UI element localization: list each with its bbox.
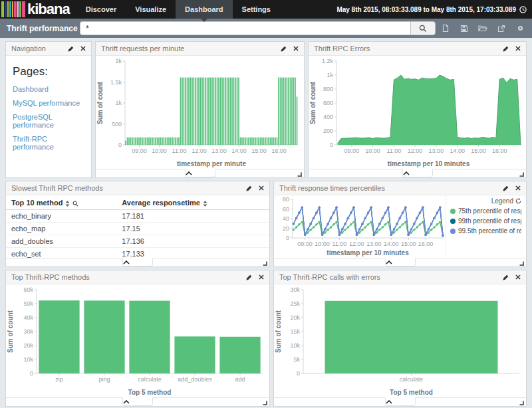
kibana-logo[interactable]: kibana xyxy=(0,0,70,19)
legend-item[interactable]: 75th percentile of resp... xyxy=(450,207,521,215)
panel-title: Thrift RPC Errors xyxy=(314,45,370,52)
panel-title: Thrift response times percentiles xyxy=(279,184,385,192)
query-input[interactable] xyxy=(80,21,410,35)
collapse-panel-button[interactable] xyxy=(122,258,153,266)
dashboard-query-bar: Thrift performance xyxy=(0,19,532,38)
nav-item-discover[interactable]: Discover xyxy=(76,0,126,19)
resize-handle[interactable] xyxy=(519,260,524,266)
collapse-panel-button[interactable] xyxy=(385,258,416,266)
remove-panel-icon[interactable] xyxy=(259,185,264,191)
collapse-panel-button[interactable] xyxy=(185,169,215,177)
nav-item-settings[interactable]: Settings xyxy=(233,0,280,19)
panel-title: Thrift requests per minute xyxy=(101,45,184,52)
remove-panel-icon[interactable] xyxy=(515,46,521,51)
resize-handle[interactable] xyxy=(297,171,302,177)
svg-text:1k: 1k xyxy=(115,100,122,106)
kibana-brand-text: kibana xyxy=(27,0,70,19)
remove-panel-icon[interactable] xyxy=(293,46,299,51)
svg-text:12:00: 12:00 xyxy=(192,148,207,154)
legend-item[interactable]: 99.5th percentile of re... xyxy=(450,227,521,235)
svg-text:14:00: 14:00 xyxy=(384,241,399,247)
svg-text:10:00: 10:00 xyxy=(365,148,380,154)
remove-panel-icon[interactable] xyxy=(80,46,86,51)
collapse-panel-button[interactable] xyxy=(122,397,153,406)
clock-icon xyxy=(519,6,527,13)
panel-thrift-requests-per-minute: Thrift requests per minute 05001k1.5k2kS… xyxy=(95,41,305,178)
column-header-responsetime[interactable]: Average responsetime xyxy=(116,195,269,210)
svg-text:11:00: 11:00 xyxy=(386,148,401,154)
edit-panel-icon[interactable] xyxy=(246,274,252,280)
svg-text:16:00: 16:00 xyxy=(492,148,507,154)
svg-text:Sum of count: Sum of count xyxy=(96,81,104,124)
svg-text:30k: 30k xyxy=(23,328,33,335)
resize-handle[interactable] xyxy=(519,400,524,405)
edit-panel-icon[interactable] xyxy=(503,274,509,280)
edit-panel-icon[interactable] xyxy=(68,46,74,52)
new-dashboard-button[interactable] xyxy=(438,21,454,36)
load-dashboard-button[interactable] xyxy=(475,21,491,36)
page-link-dashboard[interactable]: Dashboard xyxy=(13,85,84,93)
svg-text:Top 5 method: Top 5 method xyxy=(128,389,172,396)
svg-text:Top 5 method: Top 5 method xyxy=(390,389,433,396)
options-button[interactable] xyxy=(512,21,528,36)
column-header-method[interactable]: Top 10 method xyxy=(6,195,116,210)
page-link-thrift-rpc-performance[interactable]: Thrift-RPC performance xyxy=(13,135,84,151)
remove-panel-icon[interactable] xyxy=(259,274,264,280)
svg-text:Sum of count: Sum of count xyxy=(275,310,282,353)
svg-text:13:00: 13:00 xyxy=(429,148,444,154)
resize-handle[interactable] xyxy=(519,171,524,177)
time-range-picker[interactable]: May 8th 2015, 08:03:33.089 to May 8th 20… xyxy=(336,6,532,13)
svg-text:40k: 40k xyxy=(23,314,33,321)
svg-text:timestamp per 10 minutes: timestamp per 10 minutes xyxy=(327,249,409,256)
percentiles-chart: 020406080timestamp per 10 minutes09:0010… xyxy=(274,195,446,258)
legend-header[interactable]: Legend xyxy=(450,197,521,205)
svg-text:Sum of count: Sum of count xyxy=(7,310,14,353)
collapse-panel-button[interactable] xyxy=(385,397,416,406)
svg-text:ping: ping xyxy=(98,376,110,383)
svg-text:60: 60 xyxy=(283,206,289,213)
new-dashboard-icon xyxy=(442,24,450,33)
edit-panel-icon[interactable] xyxy=(503,185,509,191)
svg-text:20k: 20k xyxy=(290,314,300,321)
resize-handle[interactable] xyxy=(262,400,267,405)
resize-handle[interactable] xyxy=(262,260,267,266)
panel-thrift-response-times-percentiles: Thrift response times percentiles 020406… xyxy=(273,181,527,267)
save-dashboard-button[interactable] xyxy=(456,21,472,36)
svg-text:200: 200 xyxy=(323,128,333,134)
legend-item[interactable]: 99th percentile of resp... xyxy=(450,217,521,225)
time-range-text: May 8th 2015, 08:03:33.089 to May 8th 20… xyxy=(336,6,516,13)
remove-panel-icon[interactable] xyxy=(515,185,521,191)
filter-search-icon[interactable] xyxy=(72,201,78,207)
svg-text:25k: 25k xyxy=(290,300,300,307)
top-methods-chart: 010k20k30k40k50k60kSum of countTop 5 met… xyxy=(6,284,269,397)
options-icon xyxy=(517,25,524,32)
share-dashboard-button[interactable] xyxy=(493,21,509,36)
navigation-links: DashboardMySQL performancePostgreSQL per… xyxy=(13,85,84,151)
remove-panel-icon[interactable] xyxy=(515,274,521,280)
svg-text:0: 0 xyxy=(30,370,33,377)
page-link-postgresql-performance[interactable]: PostgreSQL performance xyxy=(13,113,84,129)
nav-item-visualize[interactable]: Visualize xyxy=(126,0,176,19)
svg-text:20k: 20k xyxy=(23,342,33,349)
legend-dot-icon xyxy=(450,229,456,234)
panel-slowest-thrift-rpc-methods: Slowest Thrift RPC methods Top 10 method… xyxy=(5,181,270,267)
nav-item-dashboard[interactable]: Dashboard xyxy=(176,0,232,19)
svg-text:add: add xyxy=(235,376,245,383)
panel-title: Slowest Thrift RPC methods xyxy=(11,184,103,192)
search-button[interactable] xyxy=(410,21,436,35)
sort-icon xyxy=(65,201,70,207)
save-dashboard-icon xyxy=(460,25,468,33)
svg-text:timestamp per 10 minutes: timestamp per 10 minutes xyxy=(388,160,470,167)
svg-text:60k: 60k xyxy=(23,286,33,293)
collapse-panel-button[interactable] xyxy=(402,169,433,177)
legend-dot-icon xyxy=(450,209,456,214)
edit-panel-icon[interactable] xyxy=(246,185,252,191)
edit-panel-icon[interactable] xyxy=(281,46,287,52)
svg-text:10:00: 10:00 xyxy=(152,148,167,154)
edit-panel-icon[interactable] xyxy=(503,46,509,52)
svg-text:600: 600 xyxy=(323,100,333,106)
sort-icon xyxy=(203,201,207,207)
page-link-mysql-performance[interactable]: MySQL performance xyxy=(13,99,84,107)
svg-text:0: 0 xyxy=(330,142,333,148)
kibana-logo-stripes-icon xyxy=(1,0,26,19)
